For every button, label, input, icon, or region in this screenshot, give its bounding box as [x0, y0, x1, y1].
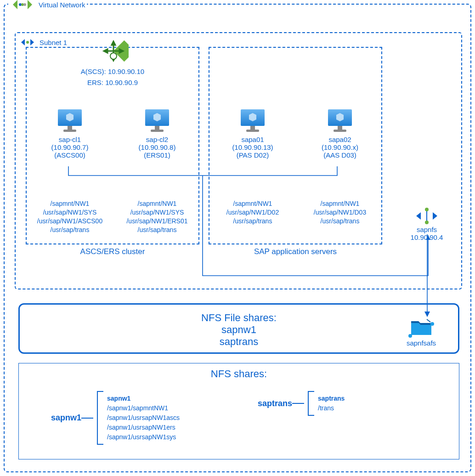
svg-rect-18 [63, 130, 76, 132]
file-share-icon [407, 317, 435, 338]
bracket-icon [308, 391, 314, 416]
mount-path: /usr/sap/trans [211, 217, 294, 226]
share-header: saptrans [318, 394, 345, 403]
share-path: /sapnw1/usrsapNW1ers [107, 423, 180, 432]
svg-rect-26 [246, 130, 259, 132]
mounts-sap-cl1: /sapmnt/NW1 /usr/sap/NW1/SYS /usr/sap/NW… [28, 199, 111, 234]
share-name-sapnw1: sapnw1 [51, 413, 81, 423]
vm-sap-cl1: sap-cl1 (10.90.90.7) (ASCS00) [28, 108, 111, 159]
vm-name: sap-cl2 [116, 136, 198, 143]
sapnfs-endpoint: sapnfs 10.90.90.4 [401, 208, 452, 241]
connector-line [292, 403, 304, 404]
virtual-network-label: Virtual Network [39, 1, 85, 9]
vm-ip: (10.90.90.7) [28, 143, 111, 151]
share-path: /trans [318, 403, 345, 413]
mount-path: /sapmnt/NW1 [28, 199, 111, 208]
svg-marker-5 [21, 39, 25, 45]
load-balancer-icon [98, 36, 129, 66]
vm-role: (PAS D02) [211, 151, 294, 159]
mount-path: /sapmnt/NW1 [211, 199, 294, 208]
virtual-network-badge: Virtual Network [8, 0, 87, 12]
nfs-file-shares-title: NFS File shares: [20, 312, 458, 324]
app-servers-cluster: sapa01 (10.90.90.13) (PAS D02) sapa02 (1… [209, 47, 382, 244]
vm-sap-cl2: sap-cl2 (10.90.90.8) (ERS01) [116, 108, 198, 159]
virtual-network-container: Virtual Network Subnet 1 [4, 4, 471, 472]
svg-point-4 [23, 3, 26, 6]
share-list-sapnw1: sapnw1 /sapnw1/sapmntNW1 /sapnw1/usrsapN… [103, 391, 180, 445]
endpoint-icon [414, 208, 439, 224]
svg-point-38 [408, 334, 412, 338]
vm-ip: (10.90.90.x) [299, 143, 381, 151]
mount-path: /usr/sap/trans [28, 226, 111, 234]
ers-vip-label: ERS: 10.90.90.9 [27, 77, 198, 88]
share-list-saptrans: saptrans /trans [314, 391, 345, 416]
sapnfs-name: sapnfs [401, 226, 452, 233]
share-path: /sapnw1/usrsapNW1sys [107, 432, 180, 442]
nfs-file-share-1: sapnw1 [20, 324, 458, 336]
svg-rect-21 [155, 126, 159, 130]
mount-path: /usr/sap/trans [116, 226, 198, 234]
vm-icon [238, 108, 267, 133]
svg-rect-25 [250, 126, 255, 130]
share-name-saptrans: saptrans [258, 399, 292, 408]
vm-icon [142, 108, 172, 133]
mount-path: /usr/sap/NW1/D02 [211, 208, 294, 217]
ascs-ers-caption: ASCS/ERS cluster [27, 247, 198, 256]
svg-point-15 [110, 53, 117, 59]
mounts-sap-cl2: /sapmnt/NW1 /usr/sap/NW1/SYS /usr/sap/NW… [116, 199, 198, 234]
svg-rect-30 [334, 130, 346, 132]
vm-icon [55, 108, 85, 133]
vm-ip: (10.90.90.13) [211, 143, 294, 151]
ascs-vip-label: A(SCS): 10.90.90.10 [27, 66, 198, 77]
ascs-ers-cluster: A(SCS): 10.90.90.10 ERS: 10.90.90.9 sap-… [26, 47, 199, 244]
vm-icon [325, 108, 355, 133]
sapnfsafs-label: sapnfsafs [398, 339, 444, 347]
mount-path: /sapmnt/NW1 [116, 199, 198, 208]
svg-rect-17 [68, 126, 72, 130]
vm-role: (ASCS00) [28, 151, 111, 159]
share-sapnw1: sapnw1 sapnw1 /sapnw1/sapmntNW1 /sapnw1/… [51, 391, 180, 445]
nfs-file-shares-box: NFS File shares: sapnw1 saptrans sapnfsa… [18, 303, 459, 354]
svg-point-39 [430, 322, 434, 326]
subnet-icon [19, 37, 36, 48]
load-balancer-labels: A(SCS): 10.90.90.10 ERS: 10.90.90.9 [27, 66, 198, 88]
svg-point-36 [425, 221, 429, 224]
connector-line [81, 418, 93, 419]
mount-path: /usr/sap/NW1/SYS [116, 208, 198, 217]
vm-name: sapa01 [211, 136, 294, 143]
svg-marker-1 [28, 0, 32, 9]
mount-path: /usr/sap/trans [299, 217, 381, 226]
mount-path: /usr/sap/NW1/ERS01 [116, 217, 198, 226]
svg-marker-6 [30, 39, 34, 45]
nfs-shares-title: NFS shares: [19, 368, 459, 380]
sapnfs-ip: 10.90.90.4 [401, 233, 452, 241]
svg-line-40 [427, 319, 430, 322]
share-header: sapnw1 [107, 394, 180, 403]
app-servers-caption: SAP application servers [209, 247, 381, 256]
svg-rect-22 [151, 130, 164, 132]
subnet-label: Subnet 1 [40, 39, 67, 46]
svg-marker-11 [112, 41, 115, 45]
svg-rect-29 [338, 126, 342, 130]
svg-marker-13 [104, 49, 107, 53]
share-path: /sapnw1/sapmntNW1 [107, 403, 180, 413]
mount-path: /sapmnt/NW1 [299, 199, 381, 208]
vm-ip: (10.90.90.8) [116, 143, 198, 151]
svg-marker-33 [433, 212, 437, 220]
vm-name: sapa02 [299, 136, 381, 143]
subnet-container: Subnet 1 A(SCS): 10.90.90.10 ERS: 10.90. [15, 32, 462, 289]
vm-sapa02: sapa02 (10.90.90.x) (AAS D03) [299, 108, 381, 159]
mounts-sapa01: /sapmnt/NW1 /usr/sap/NW1/D02 /usr/sap/tr… [211, 199, 294, 226]
svg-point-7 [26, 41, 29, 44]
mount-path: /usr/sap/NW1/D03 [299, 208, 381, 217]
mount-path: /usr/sap/NW1/ASCS00 [28, 217, 111, 226]
vnet-icon [10, 0, 35, 12]
vm-role: (AAS D03) [299, 151, 381, 159]
svg-point-35 [425, 208, 429, 211]
vm-sapa01: sapa01 (10.90.90.13) (PAS D02) [211, 108, 294, 159]
svg-marker-32 [416, 212, 421, 220]
vm-name: sap-cl1 [28, 136, 111, 143]
sapnfsafs: sapnfsafs [398, 317, 444, 347]
bracket-icon [97, 391, 103, 445]
svg-marker-0 [13, 0, 17, 9]
